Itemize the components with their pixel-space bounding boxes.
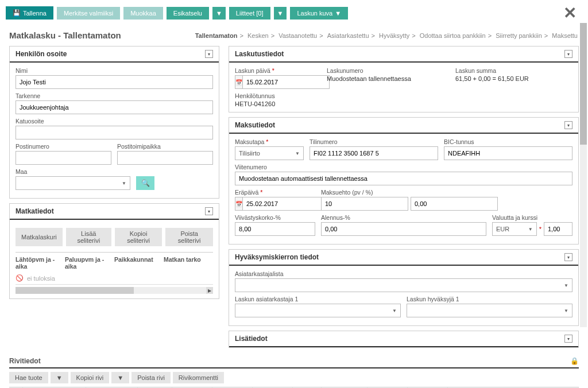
- account-label: Tilinumero: [310, 138, 438, 145]
- search-button[interactable]: 🔍: [136, 176, 154, 190]
- curr-select[interactable]: EUR▼: [492, 222, 537, 236]
- country-label: Maa: [16, 168, 130, 175]
- method-select[interactable]: Tilisiirto▼: [235, 146, 304, 160]
- copy-row-button[interactable]: Kopioi rivi: [71, 372, 110, 383]
- scroll-right-icon[interactable]: ▶: [206, 287, 213, 294]
- invoice-sum-value: 61,50 + 0,00 = 61,50 EUR: [455, 75, 572, 82]
- row-comment-button[interactable]: Rivikommentti: [173, 372, 224, 383]
- ref-field[interactable]: [235, 172, 572, 185]
- scroll-thumb[interactable]: [16, 287, 134, 294]
- due-field[interactable]: [242, 197, 330, 211]
- account-field[interactable]: [310, 146, 438, 160]
- preview-button[interactable]: Esikatselu: [167, 7, 209, 20]
- name-label: Nimi: [16, 67, 213, 74]
- rows-section: Rivitiedot🔒 Hae tuote ▼ Kopioi rivi ▼ Po…: [0, 352, 588, 388]
- chevron-down-icon: ▼: [295, 151, 300, 156]
- person-panel: Henkilön osoite ▾ Nimi Tarkenne Katuosoi…: [9, 46, 219, 199]
- delete-row-button[interactable]: Poista rivi: [131, 372, 171, 383]
- panel-toggle-icon[interactable]: ▾: [564, 121, 572, 129]
- crumb-7[interactable]: Maksettu: [552, 32, 578, 39]
- reviewer1-label: Laskun asiatarkastaja 1: [235, 296, 401, 302]
- name-field[interactable]: [16, 75, 213, 89]
- crumb-5[interactable]: Odottaa siirtoa pankkiin: [420, 32, 486, 39]
- edit-button[interactable]: Muokkaa: [123, 7, 163, 20]
- panel-toggle-icon[interactable]: ▾: [564, 335, 572, 343]
- trip-empty-label: ei tuloksia: [27, 275, 55, 282]
- trip-table-head: Lähtöpvm ja -aika Paluupvm ja -aika Paik…: [16, 252, 213, 272]
- scrollbar-vertical[interactable]: [580, 23, 587, 327]
- approval-panel: Hyväksymiskierron tiedot ▾ Asiatarkastaj…: [229, 249, 579, 326]
- rows-title: Rivitiedot🔒: [9, 357, 579, 368]
- crumb-1[interactable]: Kesken: [247, 32, 269, 39]
- zip-field[interactable]: [16, 151, 111, 165]
- invoice-date-field[interactable]: [242, 75, 330, 89]
- preview-dropdown[interactable]: ▼: [212, 7, 226, 20]
- invoice-num-value: Muodostetaan tallennettaessa: [327, 75, 444, 82]
- scrollbar-horizontal[interactable]: ◀ ▶: [16, 287, 213, 294]
- chevron-down-icon: ▼: [392, 308, 397, 313]
- city-field[interactable]: [117, 151, 213, 165]
- calendar-icon[interactable]: 📅: [235, 75, 242, 89]
- crumb-3[interactable]: Asiatarkastettu: [327, 32, 369, 39]
- panel-toggle-icon[interactable]: ▾: [564, 253, 572, 261]
- invoice-num-label: Laskunumero: [327, 67, 444, 74]
- invoice-panel: Laskutustiedot ▾ Laskun päivä 📅 Laskunum…: [229, 46, 579, 112]
- save-button[interactable]: 💾 Tallenna: [6, 6, 53, 20]
- get-product-dd[interactable]: ▼: [51, 372, 68, 383]
- invoice-sum-label: Laskun summa: [455, 67, 572, 74]
- save-label: Tallenna: [23, 10, 47, 17]
- bic-field[interactable]: [444, 146, 572, 160]
- chevron-down-icon: ▼: [528, 227, 533, 232]
- reviewer1-select[interactable]: ▼: [235, 304, 401, 317]
- panel-toggle-icon[interactable]: ▾: [205, 207, 213, 215]
- invoice-image-button[interactable]: Laskun kuva ▼: [290, 7, 348, 20]
- trip-copy-button[interactable]: Kopioi seliterivi: [115, 228, 163, 246]
- calendar-icon[interactable]: 📅: [235, 197, 242, 211]
- top-toolbar: 💾 Tallenna Merkitse valmiiksi Muokkaa Es…: [0, 0, 588, 26]
- term-days-field[interactable]: [321, 197, 408, 211]
- approver1-label: Laskun hyväksyjä 1: [407, 296, 572, 302]
- crumb-4[interactable]: Hyväksytty: [379, 32, 409, 39]
- zip-label: Postinumero: [16, 143, 111, 150]
- panel-toggle-icon[interactable]: ▾: [205, 50, 213, 58]
- extra-title: Lisätiedot: [235, 335, 268, 343]
- term-label: Maksuehto (pv / %): [321, 189, 498, 196]
- delay-field[interactable]: [235, 222, 315, 236]
- trip-col-3: Paikkakunnat: [114, 256, 164, 270]
- trip-add-button[interactable]: Lisää seliterivi: [66, 228, 111, 246]
- spec-field[interactable]: [16, 100, 213, 114]
- copy-row-dd[interactable]: ▼: [111, 372, 129, 383]
- term-pct-field[interactable]: [411, 197, 498, 211]
- street-field[interactable]: [16, 126, 213, 139]
- trip-del-button[interactable]: Poista seliterivi: [165, 228, 213, 246]
- trip-calc-button[interactable]: Matkalaskuri: [16, 228, 63, 246]
- curr-label: Valuutta ja kurssi: [492, 214, 572, 221]
- crumb-0[interactable]: Tallentamaton: [195, 32, 238, 39]
- delay-label: Viivästyskorko-%: [235, 214, 315, 221]
- country-select[interactable]: ▼: [16, 176, 130, 190]
- lock-icon[interactable]: 🔒: [570, 357, 579, 365]
- spec-label: Tarkenne: [16, 92, 213, 99]
- trip-panel: Matkatiedot ▾ Matkalaskuri Lisää seliter…: [9, 203, 219, 299]
- due-label: Eräpäivä: [235, 189, 315, 196]
- crumb-6[interactable]: Siirretty pankkiin: [496, 32, 542, 39]
- rate-field[interactable]: [544, 222, 572, 236]
- mark-done-button[interactable]: Merkitse valmiiksi: [57, 7, 120, 20]
- hetu-label: Henkilötunnus: [235, 92, 572, 99]
- get-product-button[interactable]: Hae tuote: [9, 372, 48, 383]
- invoice-image-label: Laskun kuva: [297, 10, 332, 17]
- invoice-title: Laskutustiedot: [235, 50, 284, 58]
- disc-field[interactable]: [321, 222, 486, 236]
- disc-label: Alennus-%: [321, 214, 486, 221]
- save-icon: 💾: [13, 9, 21, 17]
- panel-toggle-icon[interactable]: ▾: [564, 50, 572, 58]
- attachments-dropdown[interactable]: ▼: [274, 7, 287, 20]
- method-value: Tilisiirto: [239, 150, 260, 157]
- method-label: Maksutapa: [235, 138, 304, 145]
- scroll-thumb-v[interactable]: [580, 23, 587, 145]
- approver1-select[interactable]: ▼: [407, 304, 572, 317]
- crumb-2[interactable]: Vastaanotettu: [278, 32, 317, 39]
- approver-list-select[interactable]: ▼: [235, 278, 572, 292]
- attachments-button[interactable]: Liitteet [0]: [229, 7, 270, 20]
- close-icon[interactable]: ✕: [563, 3, 582, 22]
